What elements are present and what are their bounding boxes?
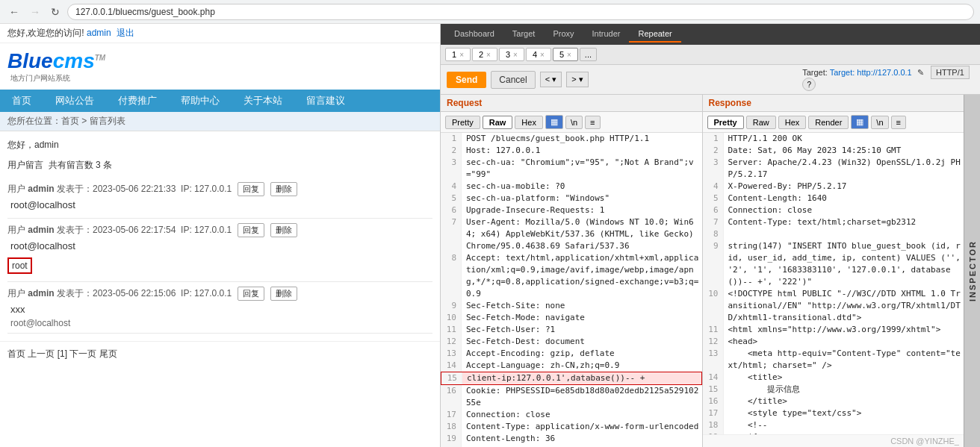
req-fmt-hex[interactable]: Hex [515, 116, 543, 129]
res-line-12: 12<head> [703, 336, 964, 348]
req-line-10: 10Sec-Fetch-Mode: navigate [441, 312, 702, 324]
burp-target: Target: Target: http://127.0.0.1 ✎ HTTP/… [802, 68, 974, 91]
nav-right-button[interactable]: > ▾ [566, 72, 588, 87]
target-url[interactable]: Target: http://127.0.0.1 [830, 68, 912, 77]
num-tab-2[interactable]: 2× [472, 48, 497, 61]
req-line-8: 8Accept: text/html,application/xhtml+xml… [441, 252, 702, 300]
res-icon-menu[interactable]: ≡ [891, 116, 906, 129]
reply-button-1[interactable]: 回复 [238, 182, 264, 196]
res-line-2: 2Date: Sat, 06 May 2023 14:25:10 GMT [703, 145, 964, 157]
website-panel: 您好,欢迎您的访问! admin 退出 BluecmsTM 地方门户网站系统 首… [0, 24, 441, 447]
res-line-8: 8 [703, 228, 964, 240]
res-line-15: 15 提示信息 [703, 384, 964, 396]
help-button[interactable]: ? [802, 78, 816, 91]
logo-subtitle: 地方门户网站系统 [10, 73, 432, 84]
comment-content-1: root@localhost [7, 199, 432, 210]
site-logo-area: BluecmsTM 地方门户网站系统 [0, 43, 440, 90]
breadcrumb: 您所在位置：首页 > 留言列表 [0, 112, 440, 131]
res-line-5: 5Content-Length: 1640 [703, 193, 964, 204]
nav-announcement[interactable]: 网站公告 [43, 90, 106, 112]
pagination: 首页 上一页 [1] 下一页 尾页 [0, 341, 440, 366]
res-line-18: 18 <!-- [703, 419, 964, 431]
request-code-area[interactable]: 1POST /bluecms/guest_book.php HTTP/1.12H… [441, 133, 702, 447]
delete-button-2[interactable]: 删除 [270, 223, 297, 237]
req-line-19: 19Content-Length: 36 [441, 433, 702, 445]
request-header: Request [441, 95, 702, 112]
site-logout-link[interactable]: 退出 [117, 28, 134, 38]
res-line-13: 13 <meta http-equiv="Content-Type" conte… [703, 348, 964, 372]
tab-target[interactable]: Target [503, 26, 545, 43]
nav-paid-promo[interactable]: 付费推广 [106, 90, 169, 112]
req-line-3: 3sec-ch-ua: "Chromium";v="95", ";Not A B… [441, 157, 702, 181]
res-line-11: 11<html xmlns="http://www.w3.org/1999/xh… [703, 324, 964, 336]
res-fmt-raw[interactable]: Raw [746, 116, 776, 129]
req-fmt-raw[interactable]: Raw [483, 116, 513, 129]
num-tab-3[interactable]: 3× [499, 48, 524, 61]
res-line-6: 6Connection: close [703, 204, 964, 216]
response-header: Response [703, 95, 964, 112]
res-fmt-render[interactable]: Render [808, 116, 849, 129]
res-line-17: 17 <style type="text/css"> [703, 407, 964, 419]
tab-proxy[interactable]: Proxy [544, 26, 583, 43]
edit-icon[interactable]: ✎ [917, 68, 924, 77]
res-line-3: 3Server: Apache/2.4.23 (Win32) OpenSSL/1… [703, 157, 964, 181]
send-button[interactable]: Send [447, 72, 486, 88]
res-fmt-hex[interactable]: Hex [778, 116, 807, 129]
comment-content-3: xxx [7, 304, 432, 315]
res-icon-newline[interactable]: \n [871, 116, 888, 129]
site-username-link[interactable]: admin [87, 28, 111, 38]
back-button[interactable]: ← [6, 4, 22, 19]
forward-button[interactable]: → [27, 4, 43, 19]
tab-intruder[interactable]: Intruder [583, 26, 630, 43]
req-line-9: 9Sec-Fetch-Site: none [441, 300, 702, 312]
req-line-14: 14Accept-Language: zh-CN,zh;q=0.9 [441, 360, 702, 372]
nav-about[interactable]: 关于本站 [232, 90, 294, 112]
comment-meta-2: 用户 admin 发表于：2023-05-06 22:17:54 IP: 127… [7, 223, 432, 237]
browser-bar: ← → ↻ [0, 0, 980, 24]
comment-meta-1: 用户 admin 发表于：2023-05-06 22:21:33 IP: 127… [7, 182, 432, 196]
nav-help[interactable]: 帮助中心 [169, 90, 232, 112]
logo-text: BluecmsTM [7, 49, 105, 73]
nav-guestbook[interactable]: 留言建议 [294, 90, 357, 112]
res-fmt-pretty[interactable]: Pretty [707, 116, 744, 129]
req-line-15: 15client-ip:127.0.0.1',database())-- + [441, 372, 702, 385]
more-tabs-button[interactable]: ... [580, 48, 597, 61]
num-tab-5[interactable]: 5× [553, 48, 578, 61]
req-icon-menu[interactable]: ≡ [585, 116, 600, 129]
burp-toolbar: Send Cancel < ▾ > ▾ Target: Target: http… [441, 65, 980, 95]
reply-button-2[interactable]: 回复 [238, 223, 264, 237]
refresh-button[interactable]: ↻ [48, 4, 63, 19]
res-line-1: 1HTTP/1.1 200 OK [703, 133, 964, 145]
num-tab-4[interactable]: 4× [526, 48, 551, 61]
burp-num-tabs: 1× 2× 3× 4× 5× ... [441, 45, 980, 65]
url-bar[interactable] [67, 4, 974, 20]
inspector-sidebar: INSPECTOR [964, 95, 980, 447]
req-fmt-pretty[interactable]: Pretty [445, 116, 480, 129]
req-line-6: 6Upgrade-Insecure-Requests: 1 [441, 204, 702, 216]
num-tab-1[interactable]: 1× [445, 48, 471, 61]
site-topbar: 您好,欢迎您的访问! admin 退出 [0, 24, 440, 43]
reply-button-3[interactable]: 回复 [238, 287, 264, 301]
main-layout: 您好,欢迎您的访问! admin 退出 BluecmsTM 地方门户网站系统 首… [0, 24, 980, 447]
tab-repeater[interactable]: Repeater [629, 26, 680, 43]
response-panel: Response Pretty Raw Hex Render ▦ \n ≡ 1H… [703, 95, 964, 447]
req-icon-grid[interactable]: ▦ [545, 115, 563, 129]
response-code-area[interactable]: 1HTTP/1.1 200 OK2Date: Sat, 06 May 2023 … [703, 133, 964, 434]
delete-button-1[interactable]: 删除 [270, 182, 297, 196]
req-icon-newline[interactable]: \n [565, 116, 583, 129]
site-content: 您好，admin 用户留言 共有留言数 3 条 用户 admin 发表于：202… [0, 131, 440, 341]
tab-dashboard[interactable]: Dashboard [445, 26, 503, 43]
comment-entry-2: 用户 admin 发表于：2023-05-06 22:17:54 IP: 127… [7, 219, 432, 282]
res-icon-grid[interactable]: ▦ [851, 115, 869, 129]
req-res-panels: Request Pretty Raw Hex ▦ \n ≡ 1POST /blu… [441, 95, 980, 447]
comment-sub-3: root@localhost [7, 318, 432, 328]
response-format-tabs: Pretty Raw Hex Render ▦ \n ≡ [703, 112, 964, 133]
res-line-7: 7Content-Type: text/html;charset=gb2312 [703, 216, 964, 228]
nav-left-button[interactable]: < ▾ [540, 72, 562, 87]
nav-home[interactable]: 首页 [0, 90, 43, 112]
cancel-button[interactable]: Cancel [491, 71, 535, 89]
highlighted-input-root: root [7, 257, 32, 274]
delete-button-3[interactable]: 删除 [270, 287, 297, 301]
site-nav: 首页 网站公告 付费推广 帮助中心 关于本站 留言建议 [0, 90, 440, 112]
csdn-watermark: CSDN @YINZHE_ [703, 434, 964, 447]
